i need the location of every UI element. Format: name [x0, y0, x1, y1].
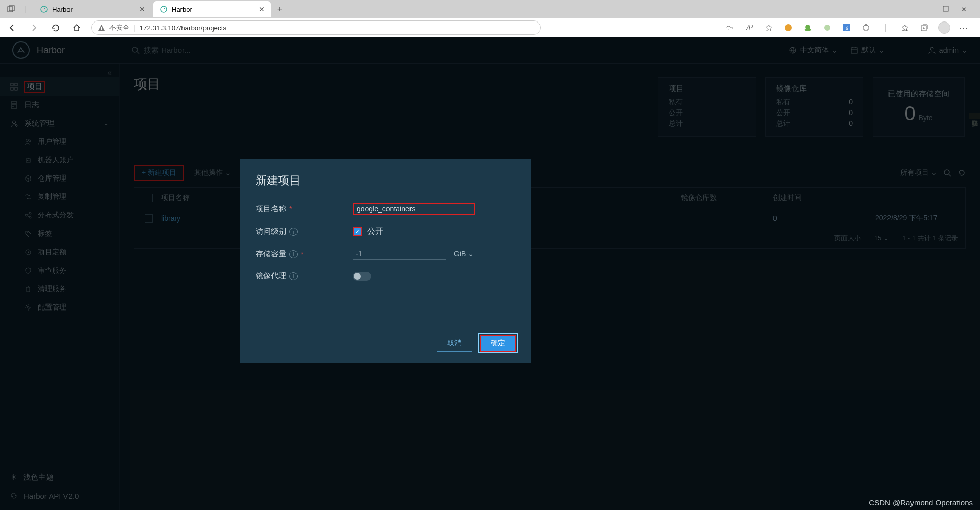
cancel-button[interactable]: 取消 [437, 335, 472, 352]
required-icon: * [301, 250, 303, 258]
modal-actions: 取消 确定 [437, 335, 516, 352]
collections-icon[interactable] [919, 22, 930, 33]
svg-point-9 [824, 25, 830, 31]
svg-rect-5 [101, 27, 102, 29]
svg-text:文: 文 [845, 25, 850, 31]
favicon-icon [40, 5, 48, 13]
key-icon[interactable] [724, 22, 736, 33]
divider: | [880, 22, 891, 33]
maximize-icon[interactable] [943, 6, 949, 13]
ext-idm-icon[interactable] [783, 22, 794, 33]
new-project-modal: 新建项目 项目名称* 访问级别i ✓ 公开 存储容量i* GiB ⌄ 镜像代理i… [240, 159, 531, 363]
label-text: 镜像代理 [256, 271, 286, 281]
label-text: 访问级别 [256, 227, 286, 236]
field-project-name: 项目名称* [256, 203, 515, 215]
profile-avatar[interactable] [938, 21, 950, 34]
browser-chrome: | Harbor ✕ Harbor ✕ + — ✕ 不安全 | [0, 0, 980, 37]
ok-button[interactable]: 确定 [480, 335, 516, 352]
svg-rect-6 [101, 29, 102, 30]
checkbox-label: 公开 [367, 226, 383, 237]
tab-label: Harbor [172, 6, 192, 13]
security-warning-icon [98, 24, 105, 32]
svg-point-7 [727, 26, 730, 29]
window-controls: — ✕ [924, 6, 976, 13]
svg-point-3 [161, 6, 167, 12]
field-access-level: 访问级别i ✓ 公开 [256, 226, 515, 237]
field-proxy: 镜像代理i [256, 271, 515, 281]
home-icon[interactable] [70, 20, 84, 35]
help-icon[interactable]: i [289, 250, 298, 258]
public-checkbox[interactable]: ✓ [353, 227, 362, 236]
nav-bar: 不安全 | A⁾ 文 | ⋯ [0, 18, 980, 37]
ext-translate-icon[interactable]: 文 [841, 22, 852, 33]
address-bar[interactable]: 不安全 | [91, 20, 541, 35]
more-icon[interactable]: ⋯ [959, 22, 970, 33]
divider-icon: | [18, 2, 33, 16]
modal-title: 新建项目 [256, 173, 515, 188]
tab-label: Harbor [52, 6, 73, 13]
required-icon: * [289, 205, 292, 213]
nav-right: A⁾ 文 | ⋯ [724, 21, 975, 34]
read-aloud-icon[interactable]: A⁾ [744, 22, 755, 33]
project-name-input[interactable] [353, 203, 475, 215]
help-icon[interactable]: i [289, 228, 298, 236]
window-menu-icon[interactable] [4, 2, 18, 16]
storage-input[interactable] [353, 248, 446, 260]
forward-icon [27, 20, 41, 35]
svg-rect-4 [943, 6, 948, 11]
label-text: 存储容量 [256, 249, 286, 259]
help-icon[interactable]: i [289, 272, 298, 280]
storage-unit-select[interactable]: GiB ⌄ [452, 249, 476, 259]
close-icon[interactable]: ✕ [139, 5, 145, 13]
tab-harbor-2[interactable]: Harbor ✕ [153, 1, 271, 17]
minimize-icon[interactable]: — [924, 6, 930, 13]
divider: | [133, 24, 135, 32]
harbor-app: Harbor 搜索 Harbor... 中文简体 ⌄ 默认 ⌄ admin ⌄ [0, 37, 980, 510]
tab-harbor-1[interactable]: Harbor ✕ [34, 1, 151, 17]
new-tab-button[interactable]: + [272, 2, 287, 17]
favorites-bar-icon[interactable] [899, 22, 910, 33]
field-storage: 存储容量i* GiB ⌄ [256, 248, 515, 260]
url-input[interactable] [140, 24, 534, 32]
svg-point-8 [785, 24, 792, 31]
svg-point-2 [41, 6, 47, 12]
close-icon[interactable]: ✕ [259, 5, 265, 13]
ext-circle-icon[interactable] [822, 22, 833, 33]
refresh-icon[interactable] [48, 20, 62, 35]
ext-green-icon[interactable] [802, 22, 813, 33]
favicon-icon [159, 5, 168, 13]
label-text: 项目名称 [256, 204, 286, 214]
tab-bar: | Harbor ✕ Harbor ✕ + — ✕ [0, 0, 980, 18]
watermark: CSDN @Raymond Operations [869, 498, 973, 507]
window-close-icon[interactable]: ✕ [961, 6, 967, 13]
favorite-icon[interactable] [763, 22, 774, 33]
security-label: 不安全 [109, 23, 129, 32]
back-icon[interactable] [5, 20, 19, 35]
extensions-icon[interactable] [860, 22, 872, 33]
proxy-toggle[interactable] [353, 272, 371, 281]
